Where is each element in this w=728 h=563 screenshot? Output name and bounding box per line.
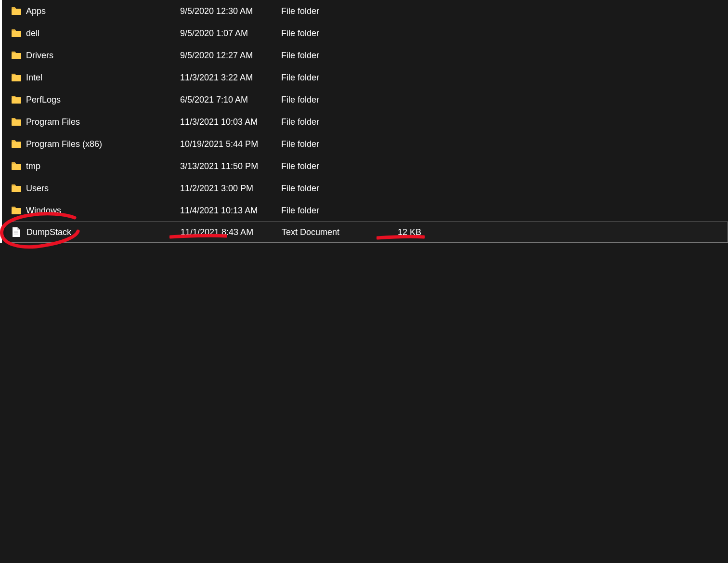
file-list: Apps9/5/2020 12:30 AMFile folder dell9/5…	[0, 0, 728, 243]
file-row[interactable]: Drivers9/5/2020 12:27 AMFile folder	[6, 44, 728, 66]
file-name: Program Files (x86)	[26, 139, 180, 149]
file-date: 9/5/2020 1:07 AM	[180, 28, 281, 39]
file-type: File folder	[281, 95, 387, 105]
file-row[interactable]: Users11/2/2021 3:00 PMFile folder	[6, 177, 728, 199]
file-type: File folder	[281, 206, 387, 216]
file-type: File folder	[281, 73, 387, 83]
file-type: File folder	[281, 161, 387, 171]
file-row[interactable]: PerfLogs6/5/2021 7:10 AMFile folder	[6, 89, 728, 111]
svg-rect-7	[12, 164, 21, 170]
folder-icon	[12, 7, 26, 15]
file-type: File folder	[281, 28, 387, 39]
file-type: File folder	[281, 139, 387, 149]
file-name: PerfLogs	[26, 95, 180, 105]
file-name: Users	[26, 183, 180, 194]
file-date: 11/4/2021 10:13 AM	[180, 206, 281, 216]
file-name: Windows	[26, 206, 180, 216]
file-type: Text Document	[282, 227, 388, 237]
svg-rect-3	[12, 75, 21, 81]
folder-icon	[12, 162, 26, 170]
file-row[interactable]: tmp3/13/2021 11:50 PMFile folder	[6, 155, 728, 177]
file-row[interactable]: Program Files (x86)10/19/2021 5:44 PMFil…	[6, 133, 728, 155]
folder-icon	[12, 207, 26, 214]
file-date: 9/5/2020 12:27 AM	[180, 51, 281, 61]
folder-icon	[12, 184, 26, 192]
file-name: tmp	[26, 161, 180, 171]
svg-rect-1	[12, 31, 21, 37]
file-row[interactable]: dell9/5/2020 1:07 AMFile folder	[6, 22, 728, 44]
file-type: File folder	[281, 183, 387, 194]
file-date: 11/3/2021 3:22 AM	[180, 73, 281, 83]
folder-icon	[12, 29, 26, 37]
folder-icon	[12, 52, 26, 59]
file-row[interactable]: Intel11/3/2021 3:22 AMFile folder	[6, 66, 728, 89]
folder-icon	[12, 118, 26, 126]
file-type: File folder	[281, 51, 387, 61]
svg-rect-8	[12, 186, 21, 192]
file-row[interactable]: Program Files11/3/2021 10:03 AMFile fold…	[6, 111, 728, 133]
file-type: File folder	[281, 6, 387, 16]
svg-rect-6	[12, 142, 21, 148]
file-date: 11/2/2021 3:00 PM	[180, 183, 281, 194]
file-name: Apps	[26, 6, 180, 16]
svg-rect-2	[12, 53, 21, 59]
file-type: File folder	[281, 117, 387, 127]
file-date: 9/5/2020 12:30 AM	[180, 6, 281, 16]
file-name: Program Files	[26, 117, 180, 127]
folder-icon	[12, 96, 26, 104]
file-row[interactable]: DumpStack11/1/2021 8:43 AMText Document1…	[6, 222, 728, 243]
file-name: DumpStack	[26, 227, 181, 237]
svg-rect-4	[12, 97, 21, 104]
file-date: 3/13/2021 11:50 PM	[180, 161, 281, 171]
file-row[interactable]: Windows11/4/2021 10:13 AMFile folder	[6, 199, 728, 222]
svg-rect-5	[12, 119, 21, 126]
file-name: Intel	[26, 73, 180, 83]
file-row[interactable]: Apps9/5/2020 12:30 AMFile folder	[6, 0, 728, 22]
svg-rect-0	[12, 9, 21, 15]
folder-icon	[12, 140, 26, 148]
file-name: dell	[26, 28, 180, 39]
file-date: 11/3/2021 10:03 AM	[180, 117, 281, 127]
svg-rect-9	[12, 208, 21, 214]
file-date: 10/19/2021 5:44 PM	[180, 139, 281, 149]
file-icon	[12, 227, 26, 237]
folder-icon	[12, 74, 26, 81]
file-date: 6/5/2021 7:10 AM	[180, 95, 281, 105]
file-name: Drivers	[26, 51, 180, 61]
file-date: 11/1/2021 8:43 AM	[181, 227, 282, 237]
file-size: 12 KB	[388, 227, 426, 237]
